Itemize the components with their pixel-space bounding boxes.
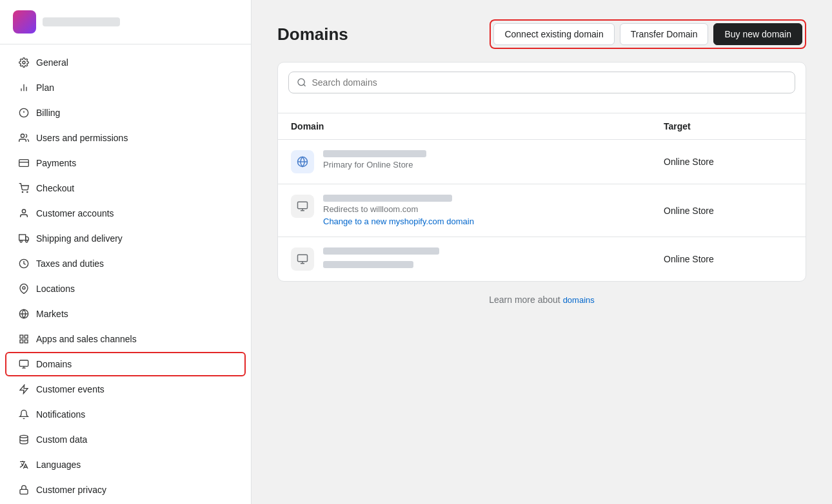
sidebar-item-customer-privacy-label: Customer privacy <box>36 485 106 495</box>
sidebar-item-languages[interactable]: Languages <box>5 452 246 477</box>
domain-icon-redirect <box>291 195 314 218</box>
sidebar-item-languages-label: Languages <box>36 460 81 470</box>
sidebar-item-taxes-label: Taxes and duties <box>36 258 104 269</box>
markets-icon <box>18 308 30 320</box>
sidebar-item-payments-label: Payments <box>36 158 76 168</box>
search-icon <box>297 77 307 88</box>
svg-rect-13 <box>19 235 26 240</box>
svg-rect-25 <box>19 360 28 366</box>
domain-info: Redirects to willloom.com Change to a ne… <box>291 195 664 226</box>
svg-point-29 <box>20 435 28 438</box>
store-icon <box>13 10 36 34</box>
sidebar-item-billing-label: Billing <box>36 108 60 118</box>
customer-events-icon <box>18 383 30 395</box>
sidebar-item-customer-accounts-label: Customer accounts <box>36 208 114 218</box>
domain-sub: Primary for Online Store <box>323 160 426 170</box>
general-icon <box>18 57 30 68</box>
sidebar-item-shipping-label: Shipping and delivery <box>36 233 123 244</box>
sidebar-nav: General Plan Billing Users and permissio… <box>0 44 251 504</box>
sidebar-item-customer-events-label: Customer events <box>36 384 104 394</box>
sidebar-item-apps-label: Apps and sales channels <box>36 334 137 344</box>
domains-icon <box>18 358 30 370</box>
sidebar-item-customer-accounts[interactable]: Customer accounts <box>5 201 246 226</box>
domain-info: Primary for Online Store <box>291 150 664 173</box>
sidebar-item-markets[interactable]: Markets <box>5 302 246 326</box>
sidebar-item-shipping[interactable]: Shipping and delivery <box>5 226 246 251</box>
svg-point-15 <box>20 240 22 242</box>
sidebar-item-plan[interactable]: Plan <box>5 75 246 100</box>
domain-table: Domain Target Primary for Online Store O… <box>277 62 806 282</box>
svg-line-34 <box>304 84 306 86</box>
sidebar-item-checkout[interactable]: Checkout <box>5 176 246 200</box>
sidebar-item-billing[interactable]: Billing <box>5 101 246 125</box>
custom-data-icon <box>18 434 30 445</box>
sidebar-item-markets-label: Markets <box>36 309 68 319</box>
sidebar-item-domains[interactable]: Domains <box>5 352 246 376</box>
locations-icon <box>18 283 30 295</box>
sidebar-item-general[interactable]: General <box>5 50 246 75</box>
sidebar-item-payments[interactable]: Payments <box>5 151 246 175</box>
transfer-domain-button[interactable]: Transfer Domain <box>620 23 709 45</box>
plan-icon <box>18 82 30 93</box>
customer-accounts-icon <box>18 208 30 219</box>
col-domain: Domain <box>291 121 664 131</box>
sidebar-item-plan-label: Plan <box>36 82 54 93</box>
sidebar-item-notifications-label: Notifications <box>36 409 85 420</box>
search-box[interactable] <box>288 72 795 93</box>
svg-rect-37 <box>298 202 308 209</box>
table-row[interactable]: Primary for Online Store Online Store <box>278 140 806 184</box>
change-domain-link[interactable]: Change to a new myshopify.com domain <box>323 217 474 226</box>
svg-rect-8 <box>19 160 29 167</box>
svg-rect-24 <box>20 340 23 343</box>
domain-details <box>323 247 439 268</box>
languages-icon <box>18 459 30 470</box>
svg-rect-21 <box>20 335 23 338</box>
sidebar-item-custom-data[interactable]: Custom data <box>5 427 246 452</box>
sidebar-item-notifications[interactable]: Notifications <box>5 402 246 427</box>
svg-marker-28 <box>20 385 28 393</box>
customer-privacy-icon <box>18 484 30 496</box>
table-row[interactable]: Online Store <box>278 237 806 281</box>
sidebar-item-users[interactable]: Users and permissions <box>5 126 246 150</box>
table-row[interactable]: Redirects to willloom.com Change to a ne… <box>278 184 806 237</box>
svg-rect-40 <box>298 255 308 262</box>
domain-target: Online Store <box>664 254 793 264</box>
domain-name-blurred-2 <box>323 261 413 268</box>
learn-more-text: Learn more about <box>489 295 562 305</box>
checkout-icon <box>18 182 30 194</box>
svg-rect-23 <box>25 340 28 343</box>
sidebar-item-customer-events[interactable]: Customer events <box>5 377 246 402</box>
domain-icon-primary <box>291 150 314 173</box>
sidebar-item-locations-label: Locations <box>36 284 75 294</box>
table-header: Domain Target <box>278 113 806 140</box>
svg-point-0 <box>23 61 25 64</box>
svg-marker-14 <box>26 237 29 240</box>
svg-point-12 <box>22 209 25 213</box>
domain-icon-other <box>291 247 314 271</box>
learn-more: Learn more about domains <box>277 282 806 318</box>
connect-domain-button[interactable]: Connect existing domain <box>493 23 614 45</box>
sidebar-item-apps[interactable]: Apps and sales channels <box>5 327 246 351</box>
header-actions: Connect existing domain Transfer Domain … <box>490 19 806 49</box>
apps-icon <box>18 333 30 345</box>
domain-name-blurred <box>323 247 439 255</box>
search-input[interactable] <box>312 77 787 88</box>
domain-details: Redirects to willloom.com Change to a ne… <box>323 195 474 226</box>
sidebar-item-general-label: General <box>36 57 68 68</box>
buy-domain-button[interactable]: Buy new domain <box>713 23 802 45</box>
svg-point-11 <box>27 191 28 192</box>
sidebar-item-locations[interactable]: Locations <box>5 276 246 301</box>
billing-icon <box>18 107 30 119</box>
svg-rect-22 <box>25 335 28 338</box>
sidebar-item-customer-privacy[interactable]: Customer privacy <box>5 478 246 502</box>
sidebar-item-taxes[interactable]: Taxes and duties <box>5 251 246 276</box>
svg-rect-30 <box>20 489 28 494</box>
sidebar-item-custom-data-label: Custom data <box>36 434 87 445</box>
svg-point-33 <box>298 79 304 85</box>
domains-help-link[interactable]: domains <box>563 295 595 305</box>
page-header: Domains Connect existing domain Transfer… <box>277 19 806 49</box>
sidebar: General Plan Billing Users and permissio… <box>0 0 252 504</box>
sidebar-item-domains-label: Domains <box>36 359 72 369</box>
users-icon <box>18 132 30 144</box>
domain-details: Primary for Online Store <box>323 150 426 170</box>
